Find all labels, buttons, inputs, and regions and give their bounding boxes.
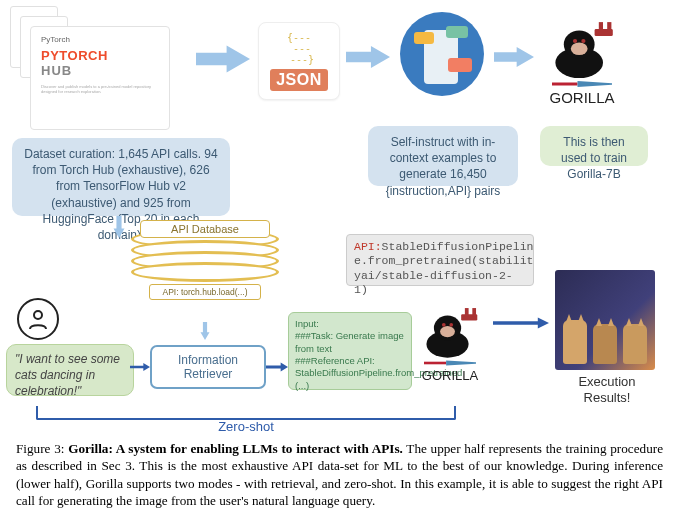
svg-marker-16 [130,363,150,371]
svg-marker-12 [578,81,613,87]
json-block: {--- --- ---} JSON [258,22,340,100]
api-database-entry: API: torch.hub.load(...) [149,284,261,300]
svg-marker-28 [493,317,549,328]
figure-caption: Figure 3: Gorilla: A system for enabling… [16,440,663,510]
gorilla-svg-icon [547,15,617,81]
api-prefix: API: [354,240,382,253]
api-database-label: API Database [140,220,270,238]
arrow-icon [130,358,150,376]
zero-shot-label: Zero-shot [36,419,456,434]
pytorch-hub-title: HUB [41,63,159,78]
svg-rect-10 [607,22,611,32]
arrow-icon [346,44,390,70]
input-l1: Input: [295,318,405,330]
information-retriever: Information Retriever [150,345,266,389]
arrow-down-icon [196,318,214,344]
pytorch-title: PYTORCH [41,48,159,63]
svg-point-7 [581,39,585,43]
arrow-icon [266,358,288,376]
gorilla-label: GORILLA [422,368,478,383]
model-input-box: Input: ###Task: Generate image from text… [288,312,412,390]
svg-point-15 [34,311,42,319]
zero-shot-bracket: Zero-shot [36,398,456,426]
gorilla-icon-top: GORILLA [538,6,626,106]
dataset-curation-box: Dataset curation: 1,645 API calls. 94 fr… [12,138,230,216]
svg-rect-26 [424,362,446,365]
svg-rect-11 [552,83,578,86]
input-l2: ###Task: Generate image from text [295,330,405,355]
gorilla-svg-icon [419,302,481,360]
svg-point-22 [449,323,453,327]
arrow-icon [494,44,534,70]
svg-point-20 [440,326,455,337]
svg-marker-27 [446,360,476,365]
svg-point-5 [571,42,588,55]
caption-title: Gorilla: A system for enabling LLMs to i… [68,441,403,456]
svg-marker-2 [494,47,534,67]
gorilla-label: GORILLA [549,89,614,106]
self-instruct-box: Self-instruct with in-context examples t… [368,126,518,186]
arrow-icon [196,44,250,74]
doc-card-pytorch: PyTorch PYTORCH HUB Discover and publish… [30,26,170,130]
user-query-box: "I want to see some cats dancing in cele… [6,344,134,396]
screwdriver-icon [424,360,476,366]
doc-smalltext: Discover and publish models to a pre-tra… [41,84,159,94]
svg-point-6 [573,39,577,43]
svg-marker-14 [201,322,210,340]
user-icon [17,298,59,340]
api-database: API Database API: torch.hub.load(...) [120,238,290,324]
self-instruct-icon [400,12,488,100]
train-gorilla-box: This is then used to train Gorilla-7B [540,126,648,166]
svg-point-21 [442,323,446,327]
figure-number: Figure 3: [16,441,68,456]
svg-rect-24 [465,308,469,317]
arrow-down-icon [108,214,130,240]
api-output-box: API:StableDiffusionPipeline.from_pretrai… [346,234,534,286]
svg-marker-0 [196,46,250,73]
svg-marker-1 [346,46,390,68]
svg-marker-17 [266,363,288,372]
arrow-icon [493,314,549,332]
svg-marker-13 [114,216,125,238]
svg-rect-9 [599,22,603,32]
json-bracket-icon: {--- --- ---} [284,32,314,65]
api-output-text: StableDiffusionPipeline.from_pretrained(… [354,240,533,296]
api-docs-stack: PyTorch PYTORCH HUB Discover and publish… [10,6,168,131]
json-label: JSON [270,69,328,91]
screwdriver-icon [552,81,612,87]
gorilla-icon-mid: GORILLA [410,293,490,383]
svg-rect-25 [472,308,476,317]
figure-diagram: PyTorch PYTORCH HUB Discover and publish… [0,0,679,435]
input-l3: ###Reference API: StableDiffusionPipelin… [295,355,405,392]
pytorch-logo: PyTorch [41,35,159,44]
generated-image-cats [555,270,655,370]
execution-results-label: Execution Results! [555,374,659,405]
